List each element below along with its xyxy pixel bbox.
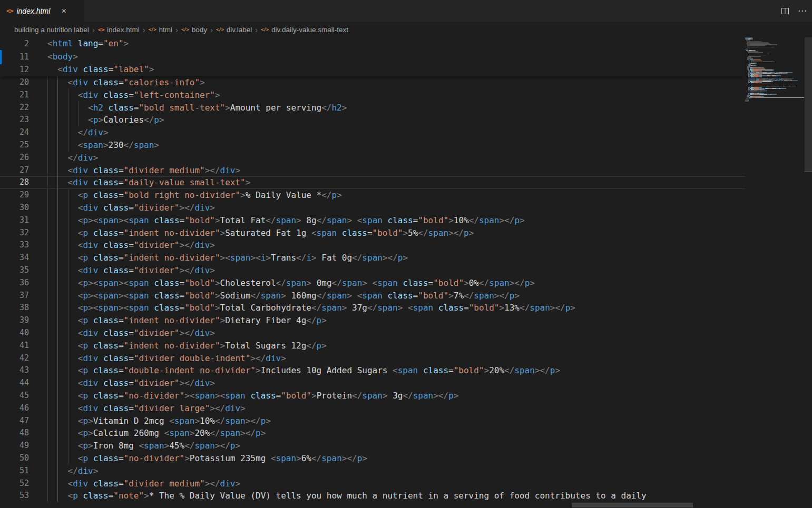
line-number[interactable]: 27: [0, 164, 29, 177]
code-line[interactable]: 41 <p class="indent no-divider">Total Su…: [0, 340, 745, 352]
line-number[interactable]: 11: [0, 51, 29, 64]
code-line[interactable]: 29 <p class="bold right no-divider">% Da…: [0, 189, 745, 202]
line-number[interactable]: 37: [0, 290, 29, 302]
breadcrumb-item[interactable]: <>index.html: [98, 26, 140, 34]
line-number[interactable]: 36: [0, 277, 29, 290]
sticky-line[interactable]: 11<body>: [0, 51, 745, 64]
sticky-line[interactable]: 12 <div class="label">: [0, 63, 745, 76]
line-number[interactable]: 53: [0, 490, 29, 502]
sticky-line[interactable]: 2<html lang="en">: [0, 37, 745, 51]
line-number[interactable]: 50: [0, 452, 29, 465]
line-number[interactable]: 32: [0, 227, 29, 240]
line-number[interactable]: 31: [0, 214, 29, 227]
line-number[interactable]: 39: [0, 314, 29, 327]
line-number[interactable]: 24: [0, 126, 29, 139]
code-line[interactable]: 30 <div class="divider"></div>: [0, 202, 745, 214]
code-line[interactable]: 33 <div class="divider"></div>: [0, 239, 745, 252]
line-number[interactable]: 23: [0, 114, 29, 126]
split-editor-icon[interactable]: [781, 7, 789, 15]
line-number[interactable]: 44: [0, 377, 29, 390]
code-line[interactable]: 42 <div class="divider double-indent"></…: [0, 352, 745, 365]
code-line[interactable]: 32 <p class="indent no-divider">Saturate…: [0, 227, 745, 240]
line-number[interactable]: 29: [0, 189, 29, 202]
line-number[interactable]: 2: [0, 37, 29, 51]
code-line[interactable]: 44 <div class="divider"></div>: [0, 377, 745, 390]
code-line[interactable]: 24 </div>: [0, 126, 745, 139]
code-text: <p><span><span class="bold">Cholesterol<…: [47, 278, 535, 288]
line-number[interactable]: 45: [0, 390, 29, 402]
editor-tab-bar: <> index.html ✕ ⋯: [0, 0, 812, 22]
code-line[interactable]: 37 <p><span><span class="bold">Sodium</s…: [0, 290, 745, 302]
line-number[interactable]: 42: [0, 352, 29, 365]
line-number[interactable]: 46: [0, 402, 29, 415]
line-number[interactable]: 21: [0, 89, 29, 102]
vertical-scrollbar-thumb[interactable]: [805, 37, 812, 172]
code-line[interactable]: 48 <p>Calcium 260mg <span>20%</span></p>: [0, 427, 745, 440]
code-line[interactable]: 27 <div class="divider medium"></div>: [0, 164, 745, 177]
breadcrumb-item[interactable]: </>body: [181, 26, 207, 34]
line-number[interactable]: 52: [0, 477, 29, 490]
code-text: <div class="divider medium"></div>: [47, 479, 240, 489]
code-line[interactable]: 23 <p>Calories</p>: [0, 114, 745, 126]
code-line[interactable]: 46 <div class="divider large"></div>: [0, 402, 745, 415]
code-line[interactable]: 47 <p>Vitamin D 2mcg <span>10%</span></p…: [0, 415, 745, 427]
code-line[interactable]: 35 <div class="divider"></div>: [0, 264, 745, 277]
code-text: <div class="label">: [47, 64, 154, 74]
line-content: <p class="note">* The % Daily Value (DV)…: [29, 490, 745, 502]
code-line[interactable]: 39 <p class="indent no-divider">Dietary …: [0, 314, 745, 327]
line-number[interactable]: 51: [0, 465, 29, 477]
breadcrumb-item[interactable]: building a nutrition label: [14, 26, 89, 34]
line-number[interactable]: 38: [0, 302, 29, 314]
breadcrumb-item[interactable]: </>html: [149, 26, 172, 34]
code-line[interactable]: 28 <div class="daily-value small-text">: [0, 176, 745, 189]
line-number[interactable]: 35: [0, 264, 29, 277]
line-number[interactable]: 25: [0, 139, 29, 152]
line-number[interactable]: 40: [0, 327, 29, 340]
line-number[interactable]: 12: [0, 63, 29, 76]
code-line[interactable]: 36 <p><span><span class="bold">Cholester…: [0, 277, 745, 290]
code-line[interactable]: 22 <h2 class="bold small-text">Amount pe…: [0, 102, 745, 114]
more-actions-icon[interactable]: ⋯: [798, 6, 807, 15]
code-line[interactable]: 34 <p class="indent no-divider"><span><i…: [0, 252, 745, 264]
code-line[interactable]: 25 <span>230</span>: [0, 139, 745, 152]
horizontal-scrollbar-thumb[interactable]: [572, 503, 693, 507]
line-number[interactable]: 47: [0, 415, 29, 427]
line-number[interactable]: 33: [0, 239, 29, 252]
code-line[interactable]: 38 <p><span><span class="bold">Total Car…: [0, 302, 745, 314]
horizontal-scrollbar[interactable]: [29, 502, 745, 508]
code-line[interactable]: 20 <div class="calories-info">: [0, 76, 745, 89]
line-number[interactable]: 30: [0, 202, 29, 214]
code-line[interactable]: 50 <p class="no-divider">Potassium 235mg…: [0, 452, 745, 465]
line-number[interactable]: 34: [0, 252, 29, 264]
code-line[interactable]: 52 <div class="divider medium"></div>: [0, 477, 745, 490]
breadcrumb-item[interactable]: </>div.daily-value.small-text: [261, 26, 348, 34]
code-line[interactable]: 45 <p class="no-divider"><span><span cla…: [0, 390, 745, 402]
code-editor[interactable]: 20 <div class="calories-info">21 <div cl…: [0, 37, 812, 508]
line-number[interactable]: 26: [0, 152, 29, 164]
line-number[interactable]: 49: [0, 440, 29, 452]
line-number[interactable]: 48: [0, 427, 29, 440]
tab-index-html[interactable]: <> index.html ✕: [0, 0, 84, 22]
line-content: <p class="no-divider"><span><span class=…: [29, 390, 745, 402]
line-number[interactable]: 43: [0, 364, 29, 377]
code-text: </div>: [47, 127, 109, 137]
code-line[interactable]: 43 <p class="double-indent no-divider">I…: [0, 364, 745, 377]
minimap[interactable]: [745, 37, 805, 502]
code-line[interactable]: 53 <p class="note">* The % Daily Value (…: [0, 490, 745, 502]
breadcrumb-item[interactable]: </>div.label: [216, 26, 252, 34]
line-number[interactable]: 41: [0, 340, 29, 352]
code-line[interactable]: 31 <p><span><span class="bold">Total Fat…: [0, 214, 745, 227]
line-number[interactable]: 20: [0, 76, 29, 89]
code-line[interactable]: 49 <p>Iron 8mg <span>45%</span></p>: [0, 440, 745, 452]
code-text: <p>Vitamin D 2mcg <span>10%</span></p>: [47, 416, 271, 426]
close-icon[interactable]: ✕: [59, 6, 69, 16]
code-line[interactable]: 21 <div class="left-container">: [0, 89, 745, 102]
tag-symbol-icon: </>: [261, 27, 269, 32]
code-line[interactable]: 51 </div>: [0, 465, 745, 477]
code-line[interactable]: 40 <div class="divider"></div>: [0, 327, 745, 340]
line-number[interactable]: 22: [0, 102, 29, 114]
code-line[interactable]: 26 </div>: [0, 152, 745, 164]
tag-symbol-icon: </>: [149, 27, 156, 32]
line-number[interactable]: 28: [0, 176, 29, 189]
vertical-scrollbar[interactable]: [805, 37, 812, 508]
